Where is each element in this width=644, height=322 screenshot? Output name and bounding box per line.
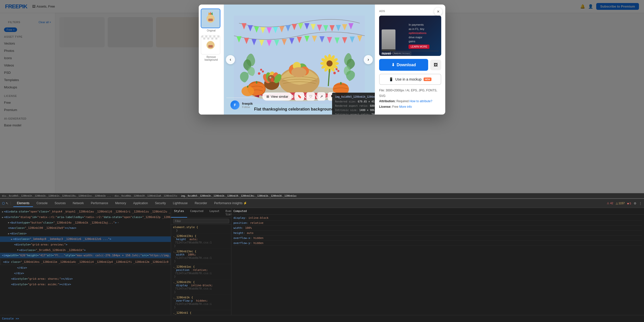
style-selector-element: element.style { xyxy=(173,226,229,229)
svg-point-77 xyxy=(320,62,326,65)
el-line-11[interactable]: </div> xyxy=(0,271,171,276)
view-similar-label: View similar xyxy=(271,95,288,98)
thumbnail-original[interactable] xyxy=(201,9,220,28)
devtools-tab-lighthouse[interactable]: Lighthouse xyxy=(169,200,191,207)
tab-event-listeners[interactable]: Event listeners xyxy=(222,208,231,218)
svg-point-98 xyxy=(337,70,339,72)
devtools-tab-application[interactable]: Application xyxy=(130,200,151,207)
devtools-tab-sources[interactable]: Sources xyxy=(51,200,69,207)
html-source-line: <div class="_1286nb14ns _1286nb11m _1286… xyxy=(0,259,171,265)
mockup-label: Use in a mockup xyxy=(395,77,421,81)
ad-logos-row: nuvei AMG PETRONAS xyxy=(382,51,439,55)
console-tab-label[interactable]: Console xyxy=(2,317,14,320)
el-line-5[interactable]: ▶ <div class> xyxy=(0,231,171,236)
bookmark-button[interactable]: 🔖 xyxy=(295,92,304,101)
svg-point-67 xyxy=(327,60,333,66)
el-line-2[interactable]: ▶ <div role="dialog" id="radix-:r1:" ari… xyxy=(0,214,171,220)
dom-breadcrumb: div._9zid0k5._1286nb1h._1286nb1k._1286nb… xyxy=(0,193,644,198)
use-in-mockup-button[interactable]: 📱 Use in a mockup NEW xyxy=(379,74,441,85)
el-line-12[interactable]: <div style="grid-area: shares;" > </div> xyxy=(0,276,171,282)
devtools-tab-recorder[interactable]: Recorder xyxy=(191,200,211,207)
devtools-settings-icon[interactable]: ⚙ xyxy=(634,202,636,205)
devtools-more-icon[interactable]: ⋮ xyxy=(639,202,642,205)
download-options-button[interactable]: 🖼 xyxy=(430,60,441,70)
license-info: License: Free More info xyxy=(379,104,441,110)
tab-computed[interactable]: Computed xyxy=(187,208,207,218)
svg-point-90 xyxy=(270,77,271,78)
style-prop-4: display: inline-block; xyxy=(173,284,229,287)
devtools-tab-security[interactable]: Security xyxy=(151,200,169,207)
devtools-tab-elements[interactable]: Elements xyxy=(13,200,33,207)
el-line-1[interactable]: ▶ <div data-state="open" class="_btqsk4 … xyxy=(0,209,171,214)
like-button[interactable]: ♡ xyxy=(306,92,315,101)
modal-thumbnails: Original xyxy=(199,5,224,115)
creator-name[interactable]: freepik xyxy=(242,102,253,105)
modal-close-button[interactable]: × xyxy=(434,8,442,16)
svg-point-99 xyxy=(336,68,338,70)
modal-dialog: × Original xyxy=(199,5,445,115)
thumbnail-original-label: Original xyxy=(201,29,222,32)
breadcrumb-img[interactable]: img._9zid0k5._1286nb1h._1286nb1k._1286nb… xyxy=(181,195,297,197)
devtools-pointer-icon[interactable]: ↖ xyxy=(6,201,9,205)
ad-cta-button[interactable]: LEARN MORE xyxy=(409,45,429,49)
svg-point-65 xyxy=(291,67,306,77)
el-line-3[interactable]: ▶ <button type="button" class="_1286nb14… xyxy=(0,220,171,226)
console-prompt: >> xyxy=(16,317,19,320)
download-label: Download xyxy=(397,63,416,67)
styles-panel: Styles Computed Layout Event listeners e… xyxy=(171,208,231,315)
devtools-tab-console[interactable]: Console xyxy=(33,200,51,207)
tooltip-aspect-ratio: Rendered aspect ratio: 680453 xyxy=(335,104,375,108)
style-rule-6: ._1286nb1 { overflow-x: hidden; 71247ce7… xyxy=(171,310,231,315)
devtools-tab-perf-insights[interactable]: Performance insights ⚡ xyxy=(211,200,251,207)
style-selector-2: ._1286nb13ec { xyxy=(173,250,229,253)
el-line-4[interactable]: <nav class="_1286nb190 _1286nb19a9" > </… xyxy=(0,225,171,231)
el-line-8[interactable]: ▼ <div class="_9rid0k5_1286nb1h _1286nb1… xyxy=(0,247,171,253)
el-line-9[interactable]: <img width="626" height="417" alt="Fl...… xyxy=(0,253,171,258)
share-button[interactable]: ↗ xyxy=(317,92,326,101)
devtools-elements-icon[interactable]: ⬡ xyxy=(2,201,5,205)
svg-point-97 xyxy=(333,72,336,74)
svg-rect-17 xyxy=(208,45,213,48)
devtools-tab-memory[interactable]: Memory xyxy=(112,200,130,207)
style-source-1: 71247ce796ab8b70.css:1 xyxy=(173,241,229,244)
svg-rect-14 xyxy=(211,38,213,40)
style-prop-1: height: auto; xyxy=(173,238,229,241)
modal-prev-button[interactable]: ‹ xyxy=(226,55,235,64)
svg-point-95 xyxy=(262,70,264,73)
style-empty: } xyxy=(173,229,229,232)
style-rule-5: ._1286nb1k { overflow-y: hidden; 71247ce… xyxy=(171,295,231,310)
style-close-3: } xyxy=(173,275,229,278)
svg-rect-8 xyxy=(205,35,207,38)
tab-styles[interactable]: Styles xyxy=(171,208,187,218)
license-link[interactable]: More info xyxy=(399,105,412,109)
warning-count: △ 1157 xyxy=(616,202,625,205)
download-options-icon: 🖼 xyxy=(434,63,438,67)
computed-prop-height: height: auto xyxy=(233,231,642,236)
attribution-info: Attribution: Required How to attribute? xyxy=(379,99,441,104)
styles-filter-input[interactable] xyxy=(173,219,229,223)
el-line-6[interactable]: ▶ <div class="_1mhm4qc8 _1mhm4qc3 _1286n… xyxy=(0,236,171,242)
modal-next-button[interactable]: › xyxy=(364,55,373,64)
svg-point-88 xyxy=(271,78,273,82)
devtools-tab-network[interactable]: Network xyxy=(69,200,87,207)
style-source-5: 71247ce796ab8b70.css:i xyxy=(173,302,229,306)
svg-rect-57 xyxy=(256,81,257,84)
ad-banner[interactable]: In paymentsas in F1, tinyoptimizationsdr… xyxy=(379,16,441,56)
tab-layout[interactable]: Layout xyxy=(207,208,223,218)
view-similar-button[interactable]: ⊞ View similar xyxy=(262,92,292,101)
el-line-13[interactable]: <div style="grid-area: aside;" > </div> xyxy=(0,282,171,287)
follow-button[interactable]: Follow xyxy=(242,105,253,109)
devtools-tab-performance[interactable]: Performance xyxy=(87,200,112,207)
el-line-7[interactable]: <div style="grid-area: preview;" > xyxy=(0,242,171,247)
computed-panel: Computed display: inline-block position:… xyxy=(231,208,644,315)
mockup-icon: 📱 xyxy=(389,77,393,81)
el-line-10[interactable]: </div> xyxy=(0,265,171,271)
ad-headline: In paymentsas in F1, tinyoptimizationsdr… xyxy=(409,23,429,44)
svg-point-68 xyxy=(328,54,331,60)
download-button[interactable]: ⬇ Download xyxy=(379,59,428,71)
thumbnail-remove-bg[interactable] xyxy=(201,35,220,55)
breadcrumb-div2[interactable]: div._9zid0kb._1286nb19._1286nb12w0._1286… xyxy=(115,195,177,197)
breadcrumb-div1[interactable]: div._9zid0k5._1286nb1h._1286nb1k._1286nb… xyxy=(2,195,111,197)
creator-info: freepik Follow xyxy=(242,102,253,109)
attribution-link[interactable]: How to attribute? xyxy=(410,99,432,103)
